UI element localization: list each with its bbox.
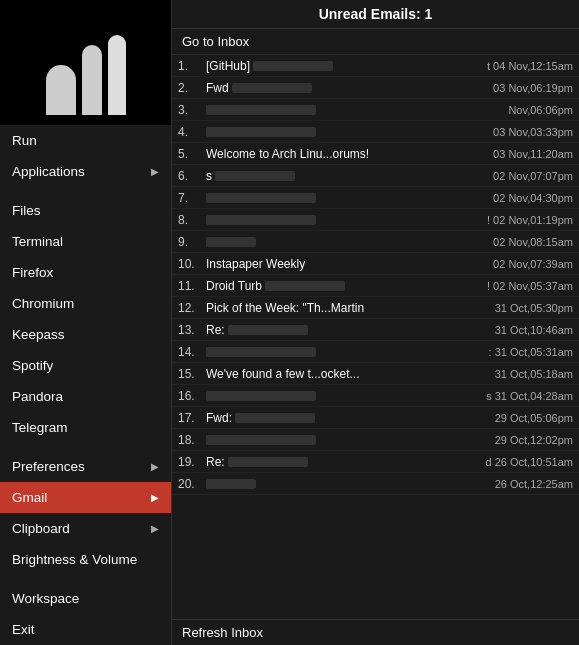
email-date: 02 Nov,04:30pm [493,192,573,204]
sidebar-item-firefox[interactable]: Firefox [0,257,171,288]
go-to-inbox-link[interactable]: Go to Inbox [172,29,579,55]
sidebar-item-label: Files [12,203,41,218]
sidebar-item-workspace[interactable]: Workspace [0,583,171,614]
sidebar-item-keepass[interactable]: Keepass [0,319,171,350]
email-date: ! 02 Nov,01:19pm [487,214,573,226]
menu-separator [0,443,171,451]
email-row[interactable]: 8.! 02 Nov,01:19pm [172,209,579,231]
sidebar-item-run[interactable]: Run [0,125,171,156]
sidebar-item-label: Chromium [12,296,74,311]
email-date: 29 Oct,05:06pm [495,412,573,424]
email-row[interactable]: 5.Welcome to Arch Linu...orums!03 Nov,11… [172,143,579,165]
email-row[interactable]: 3.Nov,06:06pm [172,99,579,121]
sidebar-item-label: Clipboard [12,521,70,536]
email-row[interactable]: 1.[GitHub] t 04 Nov,12:15am [172,55,579,77]
email-number: 10. [178,257,206,271]
email-number: 15. [178,367,206,381]
submenu-arrow-icon: ▶ [151,523,159,534]
email-date: d 26 Oct,10:51am [486,456,573,468]
email-number: 14. [178,345,206,359]
email-row[interactable]: 14.: 31 Oct,05:31am [172,341,579,363]
sidebar-top-graphic [0,0,171,125]
email-row[interactable]: 12.Pick of the Week: "Th...Martin31 Oct,… [172,297,579,319]
email-date: Nov,06:06pm [508,104,573,116]
email-row[interactable]: 19.Re: d 26 Oct,10:51am [172,451,579,473]
email-row[interactable]: 4.03 Nov,03:33pm [172,121,579,143]
email-number: 6. [178,169,206,183]
refresh-inbox-button[interactable]: Refresh Inbox [172,619,579,645]
sidebar-item-label: Exit [12,622,35,637]
email-subject [206,477,491,491]
email-number: 13. [178,323,206,337]
email-subject: Fwd [206,81,489,95]
sidebar-item-telegram[interactable]: Telegram [0,412,171,443]
sidebar-item-chromium[interactable]: Chromium [0,288,171,319]
email-subject [206,191,489,205]
email-subject: Re: [206,455,482,469]
email-number: 9. [178,235,206,249]
email-date: 31 Oct,05:30pm [495,302,573,314]
email-subject [206,213,483,227]
email-row[interactable]: 16.s 31 Oct,04:28am [172,385,579,407]
email-row[interactable]: 9.02 Nov,08:15am [172,231,579,253]
sidebar-item-preferences[interactable]: Preferences▶ [0,451,171,482]
sidebar-item-pandora[interactable]: Pandora [0,381,171,412]
email-subject [206,103,504,117]
email-date: 31 Oct,10:46am [495,324,573,336]
email-subject: Pick of the Week: "Th...Martin [206,301,491,315]
silhouette-graphic [46,35,126,115]
sidebar-item-gmail[interactable]: Gmail▶ [0,482,171,513]
sidebar-item-spotify[interactable]: Spotify [0,350,171,381]
email-number: 12. [178,301,206,315]
sidebar-item-label: Preferences [12,459,85,474]
email-number: 16. [178,389,206,403]
email-date: 03 Nov,11:20am [493,148,573,160]
email-date: 03 Nov,06:19pm [493,82,573,94]
email-number: 5. [178,147,206,161]
email-subject: We've found a few t...ocket... [206,367,491,381]
email-number: 7. [178,191,206,205]
email-row[interactable]: 6.s 02 Nov,07:07pm [172,165,579,187]
sidebar-item-files[interactable]: Files [0,195,171,226]
sidebar-item-label: Spotify [12,358,53,373]
silhouette-shape-3 [108,35,126,115]
sidebar-item-label: Telegram [12,420,68,435]
silhouette-shape-1 [46,65,76,115]
email-date: 26 Oct,12:25am [495,478,573,490]
silhouette-shape-2 [82,45,102,115]
sidebar-item-clipboard[interactable]: Clipboard▶ [0,513,171,544]
email-panel: Unread Emails: 1 Go to Inbox 1.[GitHub] … [172,0,579,645]
email-subject: Re: [206,323,491,337]
sidebar-item-exit[interactable]: Exit [0,614,171,645]
email-row[interactable]: 18.29 Oct,12:02pm [172,429,579,451]
email-subject: Welcome to Arch Linu...orums! [206,147,489,161]
email-date: t 04 Nov,12:15am [487,60,573,72]
submenu-arrow-icon: ▶ [151,492,159,503]
sidebar-item-brightness[interactable]: Brightness & Volume [0,544,171,575]
menu-separator [0,575,171,583]
sidebar-item-label: Run [12,133,37,148]
sidebar-item-applications[interactable]: Applications▶ [0,156,171,187]
email-date: 29 Oct,12:02pm [495,434,573,446]
sidebar-item-label: Gmail [12,490,47,505]
email-row[interactable]: 13.Re: 31 Oct,10:46am [172,319,579,341]
menu-container: RunApplications▶FilesTerminalFirefoxChro… [0,125,171,645]
sidebar-item-terminal[interactable]: Terminal [0,226,171,257]
email-row[interactable]: 17.Fwd: 29 Oct,05:06pm [172,407,579,429]
email-row[interactable]: 11.Droid Turb ! 02 Nov,05:37am [172,275,579,297]
email-subject: Fwd: [206,411,491,425]
sidebar-item-label: Terminal [12,234,63,249]
email-row[interactable]: 2.Fwd 03 Nov,06:19pm [172,77,579,99]
email-date: 02 Nov,08:15am [493,236,573,248]
email-date: ! 02 Nov,05:37am [487,280,573,292]
sidebar-item-label: Firefox [12,265,53,280]
email-row[interactable]: 10.Instapaper Weekly02 Nov,07:39am [172,253,579,275]
email-date: 31 Oct,05:18am [495,368,573,380]
email-row[interactable]: 7.02 Nov,04:30pm [172,187,579,209]
email-subject [206,235,489,249]
email-number: 17. [178,411,206,425]
email-subject [206,433,491,447]
email-number: 8. [178,213,206,227]
email-row[interactable]: 15.We've found a few t...ocket...31 Oct,… [172,363,579,385]
email-row[interactable]: 20.26 Oct,12:25am [172,473,579,495]
